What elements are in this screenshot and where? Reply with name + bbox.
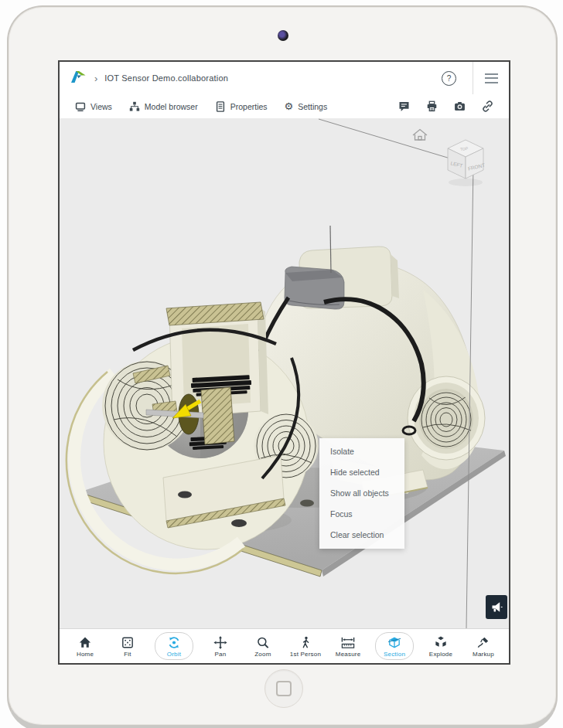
- viewcube[interactable]: TOP LEFT FRONT: [448, 140, 486, 186]
- fit-icon: [120, 635, 135, 650]
- feedback-button[interactable]: [486, 595, 507, 619]
- home-icon: [77, 635, 93, 650]
- device-home-button[interactable]: [264, 669, 303, 708]
- markup-icon: [476, 635, 491, 650]
- link-icon[interactable]: [482, 100, 493, 112]
- tool-zoom[interactable]: Zoom: [247, 635, 278, 658]
- viewcube-home-icon[interactable]: [413, 130, 427, 141]
- orbit-icon: [166, 635, 182, 650]
- zoom-icon: [255, 635, 271, 650]
- views-icon: [75, 101, 86, 112]
- capacitor-box[interactable]: [285, 267, 344, 309]
- properties-icon: [215, 101, 226, 112]
- menu-item-focus[interactable]: Focus: [319, 504, 404, 525]
- help-button[interactable]: ?: [442, 71, 456, 86]
- explode-icon: [433, 635, 449, 650]
- breadcrumb-chevron: ›: [94, 73, 97, 84]
- tool-home[interactable]: Home: [70, 635, 101, 658]
- tool-markup[interactable]: Markup: [468, 635, 499, 658]
- navigation-toolbar: Home Fit: [60, 628, 509, 663]
- screenshot-stage: › IOT Sensor Demo.collaboration ?: [0, 0, 563, 728]
- tool-first-person[interactable]: 1st Person: [290, 635, 321, 658]
- properties-label: Properties: [230, 102, 268, 111]
- tool-pan[interactable]: Pan: [205, 635, 236, 658]
- app-header: › IOT Sensor Demo.collaboration ?: [60, 62, 509, 95]
- tool-fit[interactable]: Fit: [112, 635, 143, 658]
- document-title: IOT Sensor Demo.collaboration: [104, 73, 228, 83]
- main-menu-button[interactable]: [473, 62, 509, 94]
- views-label: Views: [90, 102, 112, 111]
- megaphone-icon: [490, 600, 503, 614]
- menu-item-clear-selection[interactable]: Clear selection: [319, 525, 404, 546]
- model-browser-label: Model browser: [145, 102, 198, 111]
- viewer-toolbar: Views Model browser: [60, 94, 509, 119]
- menu-item-show-all-objects[interactable]: Show all objects: [319, 483, 404, 504]
- hatched-stator: [201, 387, 234, 444]
- model-browser-button[interactable]: Model browser: [129, 101, 198, 112]
- pan-icon: [213, 635, 228, 650]
- comment-icon[interactable]: [398, 100, 410, 112]
- tool-section[interactable]: Section: [375, 632, 414, 660]
- print-icon[interactable]: [426, 100, 438, 112]
- model-browser-icon: [129, 101, 140, 112]
- help-label: ?: [447, 74, 452, 83]
- front-camera: [278, 30, 288, 41]
- menu-item-hide-selected[interactable]: Hide selected: [319, 462, 404, 483]
- fan-3d-model: TOP LEFT FRONT: [60, 118, 509, 628]
- properties-button[interactable]: Properties: [215, 101, 268, 112]
- section-icon: [387, 635, 402, 650]
- first-person-icon: [298, 635, 313, 650]
- context-menu: Isolate Hide selected Show all objects F…: [319, 438, 404, 549]
- camera-icon[interactable]: [454, 100, 466, 112]
- menu-item-isolate[interactable]: Isolate: [319, 441, 404, 462]
- tool-measure[interactable]: Measure: [333, 635, 363, 658]
- views-button[interactable]: Views: [75, 101, 112, 112]
- gear-icon: ⚙: [285, 101, 294, 111]
- settings-button[interactable]: ⚙ Settings: [285, 101, 328, 111]
- app-screen: › IOT Sensor Demo.collaboration ?: [58, 60, 510, 665]
- tablet-device: › IOT Sensor Demo.collaboration ?: [7, 5, 558, 728]
- settings-label: Settings: [298, 102, 327, 111]
- autodesk-logo-icon: [71, 70, 87, 87]
- tool-orbit[interactable]: Orbit: [155, 632, 193, 660]
- model-viewer-canvas[interactable]: TOP LEFT FRONT Isolate Hide selected Sho…: [60, 118, 509, 628]
- measure-icon: [340, 635, 357, 650]
- tool-explode[interactable]: Explode: [425, 635, 456, 658]
